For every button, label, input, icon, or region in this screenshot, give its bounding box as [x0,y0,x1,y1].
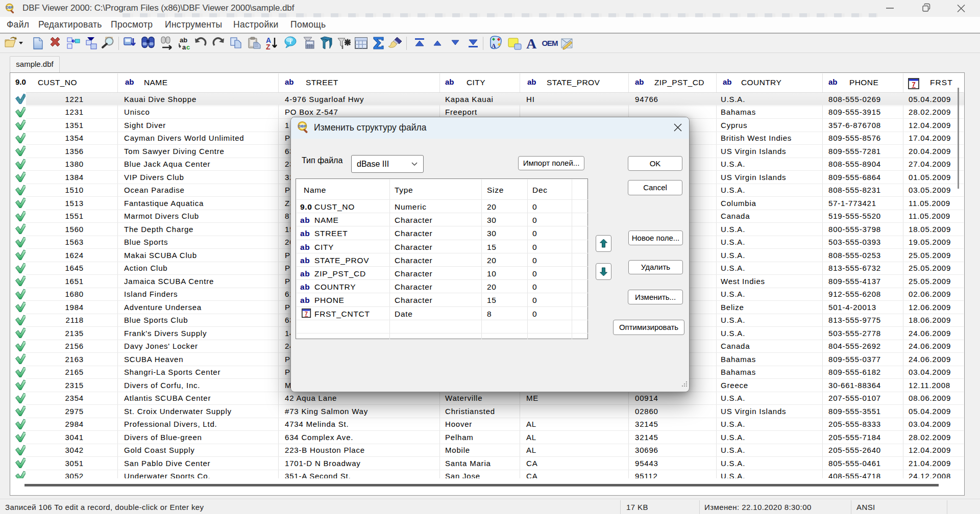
svg-text:OEM: OEM [542,39,558,47]
svg-text:DBF: DBF [6,6,13,9]
svg-text:A: A [492,42,496,49]
svg-text:ab: ab [180,36,187,44]
svg-text:a: a [182,43,186,51]
svg-text:A: A [526,36,537,52]
svg-text:DBF: DBF [298,124,306,128]
svg-text:c: c [186,43,190,51]
svg-text:7: 7 [305,311,308,317]
svg-text:7: 7 [912,81,915,88]
svg-text:Z: Z [266,43,271,51]
